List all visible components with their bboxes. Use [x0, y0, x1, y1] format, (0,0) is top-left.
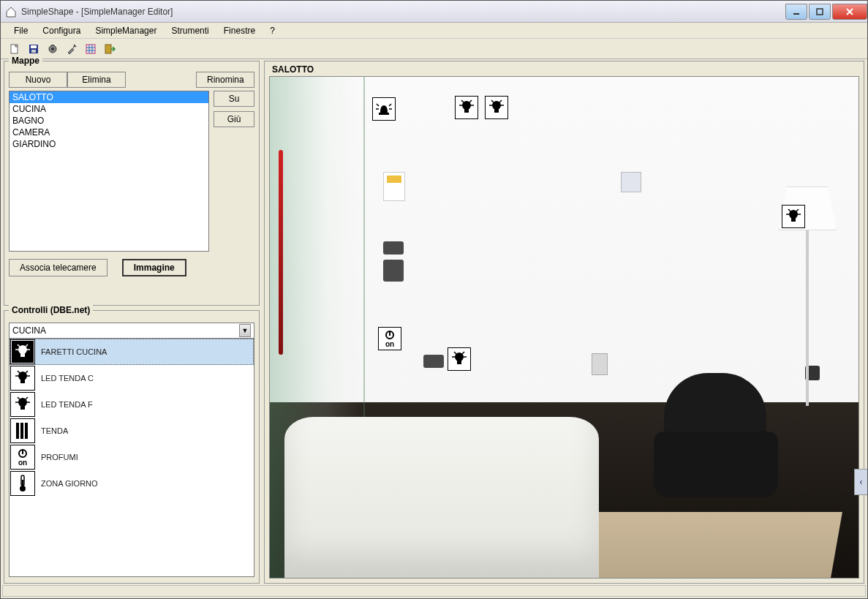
svg-rect-1: [817, 9, 823, 15]
app-window: SimpleShape - [SimpleManager Editor] Fil…: [0, 0, 868, 599]
mappe-item[interactable]: BAGNO: [10, 115, 208, 127]
main-view-title: SALOTTO: [266, 63, 862, 76]
bulb-selected-icon: [10, 339, 35, 364]
controlli-item-label: LED TENDA F: [41, 400, 93, 409]
nuovo-button[interactable]: Nuovo: [9, 72, 67, 88]
mappe-item[interactable]: GIARDINO: [10, 138, 208, 150]
wall-thermostat-2: [621, 172, 641, 192]
statusbar: [2, 585, 866, 597]
svg-rect-13: [20, 353, 25, 357]
svg-rect-0: [793, 13, 799, 15]
svg-rect-39: [494, 109, 499, 113]
svg-rect-21: [16, 423, 19, 439]
controlli-groupbox: Controlli (DBE.net) CUCINA ▼ FARETTI CUC…: [4, 310, 260, 584]
controlli-item[interactable]: TENDA: [10, 418, 254, 444]
tools-icon[interactable]: [64, 41, 80, 57]
menu-configura[interactable]: Configura: [35, 24, 88, 37]
menubar: File Configura SimpleManager Strumenti F…: [1, 23, 867, 39]
device-bulb[interactable]: [782, 205, 805, 228]
controlli-room-select[interactable]: CUCINA ▼: [9, 323, 254, 339]
svg-rect-8: [51, 45, 54, 46]
new-file-icon[interactable]: [7, 41, 23, 57]
save-icon[interactable]: [26, 41, 42, 57]
grid-icon[interactable]: [83, 41, 99, 57]
device-power-on[interactable]: on: [378, 327, 401, 350]
app-icon: [5, 6, 17, 18]
wall-switch: [383, 241, 404, 255]
mappe-item[interactable]: CAMERA: [10, 127, 208, 138]
controlli-item[interactable]: LED TENDA F: [10, 391, 254, 418]
power-on-icon: on: [10, 445, 35, 470]
svg-rect-9: [86, 45, 95, 53]
immagine-button[interactable]: Immagine: [122, 259, 186, 276]
controlli-item[interactable]: LED TENDA C: [10, 365, 254, 391]
mappe-legend: Mappe: [9, 56, 42, 66]
main-view: SALOTTO on: [264, 61, 864, 584]
mappe-listbox[interactable]: SALOTTOCUCINABAGNOCAMERAGIARDINO: [9, 91, 209, 252]
client-area: Mappe Nuovo Elimina Rinomina SALOTTOCUCI…: [4, 61, 864, 584]
menu-finestre[interactable]: Finestre: [216, 24, 263, 37]
device-bulb[interactable]: [448, 347, 471, 371]
rinomina-button[interactable]: Rinomina: [196, 72, 254, 88]
controlli-item-label: ZONA GIORNO: [41, 479, 98, 488]
bed: [284, 417, 599, 578]
menu-simplemanager[interactable]: SimpleManager: [88, 24, 164, 37]
elimina-button[interactable]: Elimina: [67, 72, 126, 88]
close-button[interactable]: [832, 4, 867, 20]
titlebar: SimpleShape - [SimpleManager Editor]: [1, 1, 867, 23]
wall-thermostat-1: [383, 172, 405, 201]
bulb-icon: [10, 392, 35, 417]
svg-rect-23: [25, 423, 28, 439]
svg-rect-31: [22, 480, 23, 487]
svg-rect-5: [31, 50, 36, 53]
svg-text:on: on: [385, 340, 394, 348]
menu-strumenti[interactable]: Strumenti: [164, 24, 216, 37]
su-button[interactable]: Su: [214, 91, 254, 107]
svg-rect-33: [379, 113, 389, 115]
window-title: SimpleShape - [SimpleManager Editor]: [21, 7, 784, 17]
bulb-icon: [10, 366, 35, 391]
camera-icon[interactable]: [45, 41, 61, 57]
svg-rect-19: [20, 406, 25, 410]
toolbar: [1, 39, 867, 59]
menu-help[interactable]: ?: [263, 24, 282, 37]
side-collapse-tab[interactable]: ‹: [854, 469, 867, 495]
wall-switch-double: [383, 260, 404, 282]
minimize-button[interactable]: [785, 4, 807, 20]
svg-rect-22: [20, 423, 23, 439]
controlli-item-label: PROFUMI: [41, 453, 78, 462]
mappe-groupbox: Mappe Nuovo Elimina Rinomina SALOTTOCUCI…: [4, 61, 260, 306]
svg-rect-4: [31, 45, 37, 48]
controlli-item[interactable]: FARETTI CUCINA: [10, 339, 254, 365]
mappe-item[interactable]: SALOTTO: [10, 91, 208, 103]
associa-telecamere-button[interactable]: Associa telecamere: [9, 259, 107, 276]
svg-rect-10: [105, 45, 111, 53]
svg-point-7: [51, 48, 54, 50]
device-bulb[interactable]: [485, 96, 508, 119]
controlli-list[interactable]: FARETTI CUCINALED TENDA CLED TENDA FTEND…: [9, 339, 254, 577]
giu-button[interactable]: Giù: [214, 111, 254, 127]
mappe-item[interactable]: CUCINA: [10, 103, 208, 115]
thermometer-icon: [10, 471, 35, 496]
exit-icon[interactable]: [102, 41, 118, 57]
controlli-legend: Controlli (DBE.net): [9, 305, 93, 315]
wall-plate: [592, 353, 608, 375]
dropdown-arrow-icon: ▼: [239, 324, 251, 337]
controlli-item-label: LED TENDA C: [41, 374, 94, 383]
maximize-button[interactable]: [809, 4, 831, 20]
armchair: [654, 373, 785, 497]
device-bulb[interactable]: [455, 96, 478, 119]
controlli-item[interactable]: onPROFUMI: [10, 444, 254, 470]
controlli-item-label: TENDA: [41, 426, 68, 435]
menu-file[interactable]: File: [7, 24, 35, 37]
left-panel: Mappe Nuovo Elimina Rinomina SALOTTOCUCI…: [4, 61, 260, 584]
svg-rect-49: [457, 361, 461, 364]
svg-text:on: on: [18, 459, 27, 467]
controlli-item[interactable]: ZONA GIORNO: [10, 470, 254, 497]
wall-switch-2: [423, 355, 444, 368]
room-canvas[interactable]: on: [269, 76, 859, 579]
controlli-room-value: CUCINA: [12, 325, 46, 336]
blinds-icon: [10, 418, 35, 443]
device-siren[interactable]: [372, 97, 396, 121]
svg-rect-36: [464, 109, 469, 113]
